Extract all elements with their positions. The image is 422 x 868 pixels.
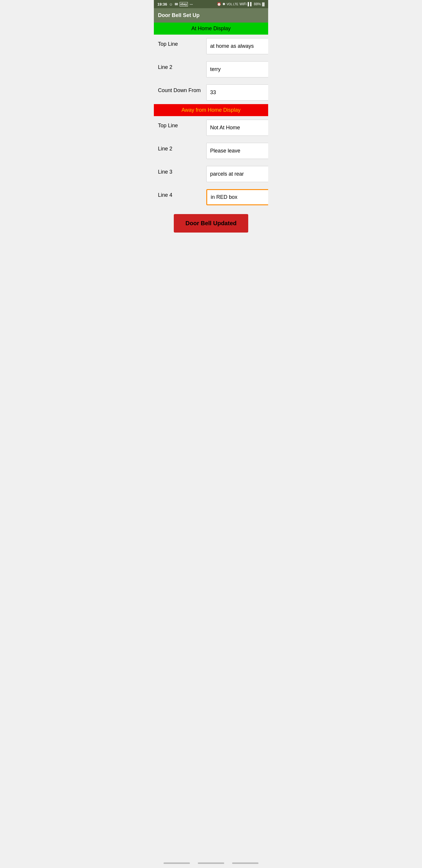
status-bar: 19:36 ☺ ✉ ebay ··· ⏰ ✱ VOL LTE WiFi ▌▌ 8… <box>154 0 268 8</box>
away-line4-input[interactable] <box>206 189 268 205</box>
status-right: ⏰ ✱ VOL LTE WiFi ▌▌ 88% ▓ <box>217 2 265 6</box>
update-button[interactable]: Door Bell Updated <box>174 214 248 232</box>
lte-icon: VOL LTE <box>227 3 238 6</box>
at-home-header: At Home Display <box>154 23 268 35</box>
app-title: Door Bell Set Up <box>158 12 200 18</box>
status-time: 19:36 <box>157 2 167 6</box>
at-home-top-line-label: Top Line <box>158 38 203 47</box>
wifi-icon: WiFi <box>239 2 247 6</box>
away-line3-label: Line 3 <box>158 166 203 175</box>
at-home-top-line-input[interactable] <box>206 38 268 54</box>
away-line2-input[interactable] <box>206 143 268 159</box>
bluetooth-icon: ✱ <box>222 2 225 6</box>
at-home-countdown-label: Count Down From <box>158 85 203 94</box>
away-top-line-input[interactable] <box>206 120 268 136</box>
at-home-line2-row: Line 2 <box>154 58 268 81</box>
mail-icon: ✉ <box>175 2 178 6</box>
away-section: Away from Home Display Top Line Line 2 L… <box>154 104 268 209</box>
away-header: Away from Home Display <box>154 104 268 116</box>
away-top-line-row: Top Line <box>154 116 268 139</box>
ebay-icon: ebay <box>180 2 188 6</box>
smiley-icon: ☺ <box>169 2 173 6</box>
signal-icon: ▌▌ <box>248 2 253 6</box>
battery-icon: ▓ <box>262 2 265 6</box>
away-line2-row: Line 2 <box>154 139 268 162</box>
away-top-line-label: Top Line <box>158 120 203 129</box>
status-left: 19:36 ☺ ✉ ebay ··· <box>157 2 193 6</box>
away-line4-row: Line 4 <box>154 186 268 209</box>
battery-percent: 88% <box>254 2 261 6</box>
at-home-line2-label: Line 2 <box>158 61 203 70</box>
alarm-icon: ⏰ <box>217 2 221 6</box>
more-icon: ··· <box>190 2 193 6</box>
app-bar: Door Bell Set Up <box>154 8 268 23</box>
main-content: At Home Display Top Line Line 2 Count Do… <box>154 23 268 259</box>
at-home-countdown-input[interactable] <box>206 85 268 101</box>
away-line2-label: Line 2 <box>158 143 203 152</box>
at-home-section: At Home Display Top Line Line 2 Count Do… <box>154 23 268 104</box>
away-line3-row: Line 3 <box>154 162 268 186</box>
at-home-countdown-row: Count Down From <box>154 81 268 104</box>
at-home-line2-input[interactable] <box>206 61 268 78</box>
at-home-top-line-row: Top Line <box>154 35 268 58</box>
away-line4-label: Line 4 <box>158 189 203 198</box>
away-line3-input[interactable] <box>206 166 268 182</box>
